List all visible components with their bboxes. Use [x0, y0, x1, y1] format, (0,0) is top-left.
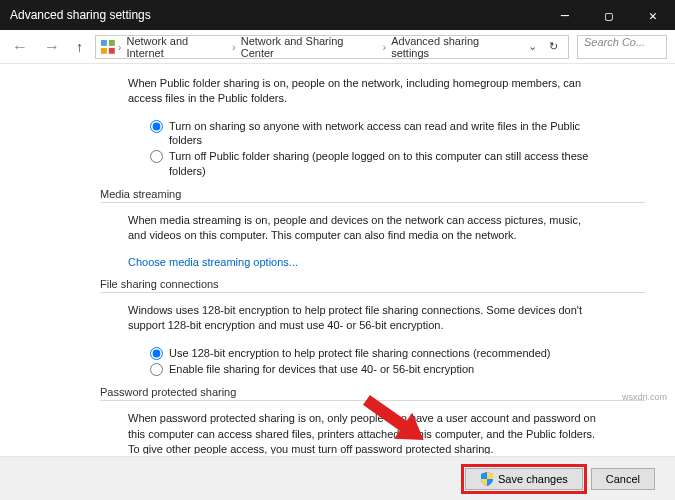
file-sharing-options: Use 128-bit encryption to help protect f… [150, 346, 610, 377]
toolbar: ← → ↑ › Network and Internet › Network a… [0, 30, 675, 64]
search-input[interactable]: Search Co... [577, 35, 667, 59]
radio-label: Turn on sharing so anyone with network a… [169, 119, 610, 148]
media-streaming-desc: When media streaming is on, people and d… [128, 213, 598, 244]
footer-bar: Save changes Cancel [0, 456, 675, 500]
button-label: Save changes [498, 473, 568, 485]
content-pane: When Public folder sharing is on, people… [0, 64, 675, 454]
file-sharing-40-option[interactable]: Enable file sharing for devices that use… [150, 362, 610, 376]
svg-rect-3 [109, 47, 115, 53]
radio-input[interactable] [150, 347, 163, 360]
chevron-right-icon: › [118, 41, 122, 53]
radio-label: Turn off Public folder sharing (people l… [169, 149, 610, 178]
back-button[interactable]: ← [8, 38, 32, 56]
radio-input[interactable] [150, 150, 163, 163]
radio-input[interactable] [150, 363, 163, 376]
section-divider [100, 202, 645, 203]
svg-rect-1 [109, 40, 115, 46]
save-changes-button[interactable]: Save changes [465, 468, 583, 490]
minimize-button[interactable]: ─ [543, 0, 587, 30]
watermark-text: wsxdn.com [622, 392, 667, 402]
cancel-button[interactable]: Cancel [591, 468, 655, 490]
breadcrumb-seg-2[interactable]: Network and Sharing Center [238, 35, 381, 59]
maximize-button[interactable]: ▢ [587, 0, 631, 30]
media-streaming-header: Media streaming [100, 188, 645, 200]
public-folder-on-option[interactable]: Turn on sharing so anyone with network a… [150, 119, 610, 148]
refresh-button[interactable]: ↻ [542, 40, 564, 53]
radio-label: Use 128-bit encryption to help protect f… [169, 346, 551, 360]
titlebar: Advanced sharing settings ─ ▢ ✕ [0, 0, 675, 30]
chevron-right-icon: › [383, 41, 387, 53]
radio-input[interactable] [150, 120, 163, 133]
media-streaming-link[interactable]: Choose media streaming options... [128, 256, 645, 268]
section-divider [100, 292, 645, 293]
breadcrumb-seg-3[interactable]: Advanced sharing settings [388, 35, 521, 59]
breadcrumb[interactable]: › Network and Internet › Network and Sha… [95, 35, 569, 59]
up-button[interactable]: ↑ [72, 39, 87, 55]
public-folder-options: Turn on sharing so anyone with network a… [150, 119, 610, 178]
svg-rect-0 [101, 40, 107, 46]
forward-button[interactable]: → [40, 38, 64, 56]
path-dropdown-icon[interactable]: ⌄ [525, 40, 540, 53]
public-folder-off-option[interactable]: Turn off Public folder sharing (people l… [150, 149, 610, 178]
chevron-right-icon: › [232, 41, 236, 53]
file-sharing-desc: Windows uses 128-bit encryption to help … [128, 303, 598, 334]
window-title: Advanced sharing settings [10, 8, 543, 22]
button-label: Cancel [606, 473, 640, 485]
svg-rect-2 [101, 47, 107, 53]
radio-label: Enable file sharing for devices that use… [169, 362, 474, 376]
breadcrumb-seg-1[interactable]: Network and Internet [123, 35, 230, 59]
uac-shield-icon [480, 472, 494, 486]
public-folder-desc: When Public folder sharing is on, people… [128, 76, 598, 107]
close-button[interactable]: ✕ [631, 0, 675, 30]
file-sharing-128-option[interactable]: Use 128-bit encryption to help protect f… [150, 346, 610, 360]
control-panel-icon [100, 39, 116, 55]
file-sharing-header: File sharing connections [100, 278, 645, 290]
